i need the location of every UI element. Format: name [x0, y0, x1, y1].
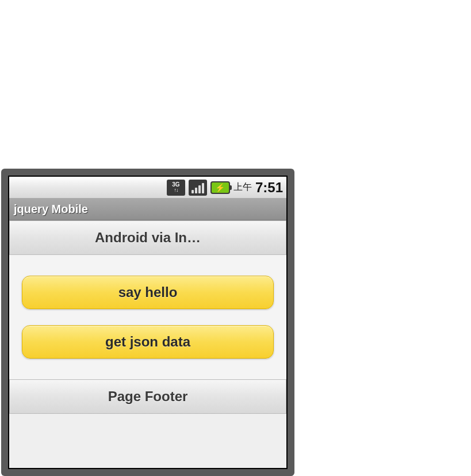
- app-title: jquery Mobile: [14, 203, 88, 216]
- status-bar: 3G ↑↓ ⚡ 上午 7:51: [9, 177, 286, 199]
- empty-area: [9, 414, 286, 468]
- get-json-label: get json data: [105, 334, 190, 350]
- say-hello-button[interactable]: say hello: [22, 276, 274, 309]
- data-arrows-icon: ↑↓: [174, 188, 178, 193]
- network-3g-icon: 3G ↑↓: [167, 180, 185, 196]
- lightning-bolt-icon: ⚡: [215, 183, 225, 192]
- page-header: Android via In…: [9, 220, 286, 255]
- app-title-bar: jquery Mobile: [9, 199, 286, 220]
- screen: 3G ↑↓ ⚡ 上午 7:51 jquery Mobile Android vi…: [8, 176, 288, 469]
- device-frame: 3G ↑↓ ⚡ 上午 7:51 jquery Mobile Android vi…: [1, 169, 294, 476]
- page-footer: Page Footer: [9, 379, 286, 414]
- status-time: 7:51: [255, 180, 283, 196]
- page-footer-title: Page Footer: [108, 389, 188, 405]
- battery-charging-icon: ⚡: [210, 181, 230, 194]
- page-header-title: Android via In…: [95, 230, 201, 246]
- say-hello-label: say hello: [118, 284, 178, 300]
- signal-strength-icon: [189, 180, 207, 196]
- page-content: say hello get json data: [9, 255, 286, 379]
- status-ampm: 上午: [233, 181, 252, 193]
- get-json-button[interactable]: get json data: [22, 325, 274, 359]
